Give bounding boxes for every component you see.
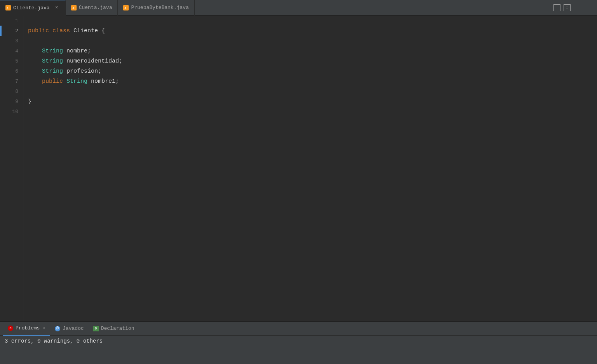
javadoc-icon: @	[55, 326, 60, 331]
tab-bar: J Cliente.java × J Cuenta.java J PruebaB…	[0, 0, 597, 16]
problems-icon: ✕	[8, 326, 13, 331]
bottom-tab-declaration[interactable]: D Declaration	[89, 322, 139, 336]
code-line-7: public String nombre1;	[28, 76, 597, 86]
maximize-button[interactable]: □	[564, 4, 571, 11]
java-file-icon-cuenta: J	[71, 5, 77, 10]
tab-close-cliente[interactable]: ×	[54, 5, 60, 11]
line-5: 5	[0, 56, 23, 66]
bottom-panel-content: 3 errors, 0 warnings, 0 others	[0, 336, 597, 364]
bottom-tab-bar: ✕ Problems × @ Javadoc D Declaration	[0, 322, 597, 336]
code-editor[interactable]: public class Cliente { String nombre; St…	[23, 16, 597, 321]
bottom-tab-problems[interactable]: ✕ Problems ×	[3, 322, 50, 336]
tab-cliente[interactable]: J Cliente.java ×	[0, 0, 66, 16]
problems-tab-label: Problems	[16, 325, 40, 331]
tab-label-cliente: Cliente.java	[13, 5, 50, 11]
tab-label-prueba: PruebaByteBank.java	[131, 5, 189, 10]
bottom-tab-javadoc[interactable]: @ Javadoc	[50, 322, 89, 336]
svg-text:J: J	[124, 6, 126, 10]
problems-tab-close[interactable]: ×	[43, 326, 45, 331]
bottom-panel: ✕ Problems × @ Javadoc D Declaration 3 e…	[0, 321, 597, 364]
line-number-gutter: 1 2 3 4 5 6 7 8 9 10	[0, 16, 23, 321]
line-6: 6	[0, 66, 23, 76]
window-controls: — □	[553, 4, 574, 11]
svg-text:J: J	[72, 6, 74, 10]
line-2: 2	[0, 26, 23, 36]
minimize-button[interactable]: —	[553, 4, 560, 11]
java-file-icon-prueba: J	[123, 5, 129, 10]
tab-label-cuenta: Cuenta.java	[79, 5, 112, 10]
current-line-indicator	[0, 26, 2, 36]
code-line-3	[28, 36, 597, 46]
java-file-icon: J	[5, 5, 11, 10]
code-line-2: public class Cliente {	[28, 26, 597, 36]
declaration-tab-label: Declaration	[101, 326, 134, 331]
declaration-icon: D	[93, 326, 99, 331]
line-10: 10	[0, 106, 23, 117]
javadoc-tab-label: Javadoc	[63, 326, 84, 331]
code-line-4: String nombre;	[28, 46, 597, 56]
line-1: 1	[0, 16, 23, 26]
line-3: 3	[0, 36, 23, 46]
code-line-6: String profesion;	[28, 66, 597, 76]
code-line-8	[28, 86, 597, 96]
line-8: 8	[0, 86, 23, 96]
tab-prueba[interactable]: J PruebaByteBank.java	[118, 0, 194, 16]
code-line-1	[28, 16, 597, 26]
line-7: 7	[0, 76, 23, 86]
code-line-10	[28, 106, 597, 117]
code-line-5: String numeroIdentidad;	[28, 56, 597, 66]
tab-cuenta[interactable]: J Cuenta.java	[66, 0, 118, 16]
line-9: 9	[0, 96, 23, 106]
line-4: 4	[0, 46, 23, 56]
code-line-9: }	[28, 96, 597, 106]
svg-text:J: J	[7, 7, 9, 10]
status-message: 3 errors, 0 warnings, 0 others	[5, 338, 103, 344]
editor-area: 1 2 3 4 5 6 7 8 9 10 public class Client…	[0, 16, 597, 321]
